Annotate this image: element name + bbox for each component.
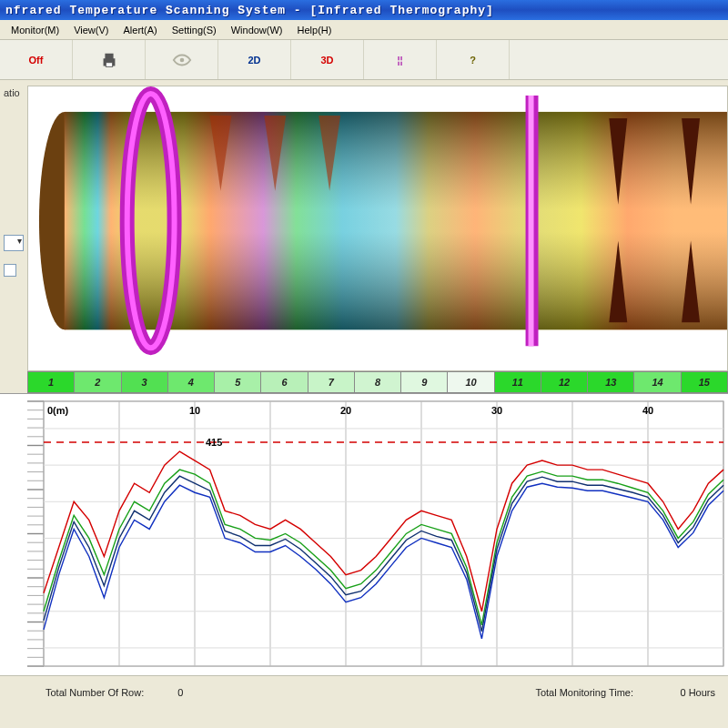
window-title: nfrared Temperature Scanning System - [I… [5,4,494,17]
help-icon: ? [470,55,476,66]
printer-icon [96,50,122,70]
svg-text:40: 40 [642,405,653,416]
toolbar-cursor-button[interactable]: ¦¦ [364,40,437,79]
thermal-3d-canvas[interactable] [27,86,728,371]
svg-text:30: 30 [491,405,502,416]
toolbar-print-button[interactable] [73,40,146,79]
rows-label: Total Number Of Row: [46,687,144,698]
ruler-cell[interactable]: 15 [681,371,728,393]
window-titlebar: nfrared Temperature Scanning System - [I… [0,0,728,20]
ruler-cell[interactable]: 4 [167,371,214,393]
toolbar-eye-button[interactable] [146,40,218,79]
ruler-cell[interactable]: 12 [541,371,587,393]
ruler-cell[interactable]: 1 [27,371,74,393]
segment-ruler: 123456789101112131415 [27,371,728,393]
toolbar-3d-button[interactable]: 3D [291,40,364,79]
status-bar: Total Number Of Row: 0 Total Monitoring … [0,675,728,708]
svg-rect-0 [106,62,112,66]
temperature-chart[interactable]: 102030400(m)415 [0,393,728,675]
toolbar-2d-button[interactable]: 2D [218,40,291,79]
menu-help[interactable]: Help(H) [290,23,339,37]
ruler-cell[interactable]: 6 [260,371,307,393]
rows-value: 0 [144,687,217,698]
svg-text:415: 415 [206,437,222,448]
work-area: atio [0,80,728,371]
ruler-cell[interactable]: 5 [214,371,260,393]
cursor-bars-icon: ¦¦ [397,55,402,66]
ruler-cell[interactable]: 10 [447,371,493,393]
svg-text:10: 10 [189,405,200,416]
svg-text:0(m): 0(m) [47,405,69,416]
menu-setting[interactable]: Setting(S) [165,23,224,37]
toolbar-off-button[interactable]: Off [0,40,73,79]
ruler-cell[interactable]: 2 [74,371,120,393]
ruler-cell[interactable]: 7 [308,371,354,393]
menu-window[interactable]: Window(W) [224,23,290,37]
svg-rect-9 [44,401,723,666]
time-value: 0 Hours [633,687,715,698]
ruler-cell[interactable]: 3 [121,371,167,393]
svg-rect-8 [529,96,534,346]
left-option-pane: atio [0,80,27,371]
ruler-cell[interactable]: 9 [400,371,447,393]
toolbar: Off 2D 3D ¦¦ ? [0,40,728,80]
ratio-dropdown[interactable] [4,235,24,251]
svg-point-1 [179,57,184,62]
left-label: atio [4,87,24,98]
eye-icon [169,50,195,70]
ruler-cell[interactable]: 14 [633,371,680,393]
menu-bar: Monitor(M) View(V) Alert(A) Setting(S) W… [0,20,728,40]
ruler-cell[interactable]: 11 [494,371,541,393]
menu-monitor[interactable]: Monitor(M) [4,23,66,37]
menu-alert[interactable]: Alert(A) [116,23,164,37]
ruler-cell[interactable]: 8 [354,371,400,393]
svg-text:20: 20 [340,405,351,416]
toolbar-help-button[interactable]: ? [437,40,510,79]
kiln-3d-render [28,86,727,368]
option-checkbox[interactable] [4,264,16,277]
time-label: Total Monitoring Time: [535,687,633,698]
ruler-cell[interactable]: 13 [587,371,633,393]
menu-view[interactable]: View(V) [66,23,116,37]
